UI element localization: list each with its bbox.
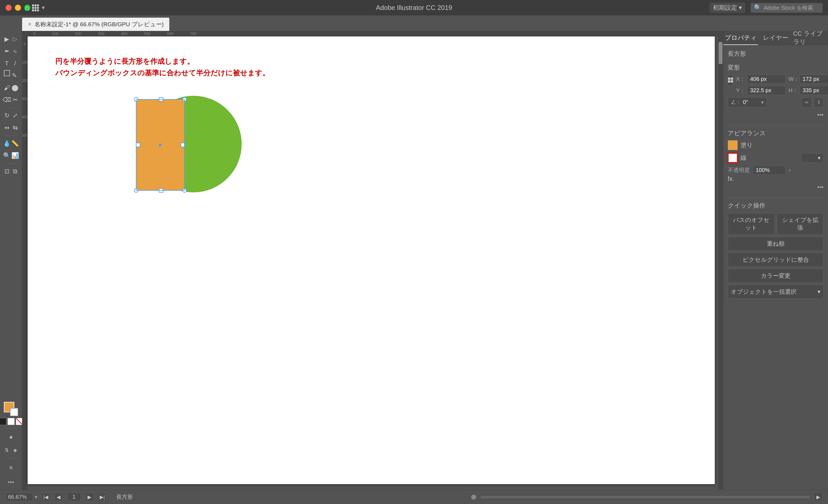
right-panel: プロパティ レイヤー CC ライブラリ 長方形 変形 <box>723 31 828 490</box>
grid-icon[interactable] <box>32 4 39 11</box>
warp-tool[interactable]: ↭ <box>3 122 11 133</box>
stack-order-btn[interactable]: 重ね順 <box>728 237 824 250</box>
ruler-left: 0100200300400500 <box>22 37 28 490</box>
select-all-btn[interactable]: オブジェクトを一括選択 ▾ <box>728 285 824 299</box>
chevron-down-icon[interactable]: ▾ <box>42 4 45 11</box>
stock-search[interactable]: 🔍 Adobe Stock を検索 <box>751 3 823 13</box>
ruler-top: 0100200300400500600700 <box>22 31 718 37</box>
paintbrush-tool[interactable]: 🖌 <box>3 82 11 93</box>
stroke-weight-dropdown[interactable]: ▾ <box>801 153 824 163</box>
zoom-field[interactable]: 66.67% <box>5 493 33 501</box>
path-offset-btn[interactable]: パスのオフセット <box>728 213 775 235</box>
status-indicator <box>471 495 476 500</box>
tab-layers[interactable]: レイヤー <box>758 31 793 45</box>
stroke-color-swatch[interactable] <box>10 408 18 416</box>
shape-tools: ✎ <box>4 70 18 81</box>
line-tool[interactable]: / <box>11 58 19 69</box>
h-field[interactable]: 335 px <box>799 86 828 95</box>
nav-last-btn[interactable]: ▶| <box>98 493 106 501</box>
angle-field[interactable]: 0° <box>743 99 759 105</box>
color-change-btn[interactable]: カラー変更 <box>728 269 824 283</box>
x-field[interactable]: 406 px <box>747 75 786 84</box>
color-swatches[interactable] <box>4 402 18 416</box>
select-tool[interactable]: ▶ <box>3 34 11 45</box>
toolbar-more-btn[interactable]: ••• <box>8 477 14 487</box>
measure-tool[interactable]: 📏 <box>11 138 19 149</box>
transform-more-btn[interactable]: ••• <box>728 110 824 120</box>
close-button[interactable] <box>5 5 12 11</box>
document-canvas: 円を半分覆うように長方形を作成します。 バウンディングボックスの基準に合わせて半… <box>28 37 715 484</box>
extra-tool[interactable]: ◈ <box>11 445 19 456</box>
scale-tool[interactable]: ⤢ <box>11 110 19 121</box>
nav-first-btn[interactable]: |◀ <box>42 493 50 501</box>
pencil-tool[interactable]: ✎ <box>10 70 18 81</box>
document-tab[interactable]: ✕ 名称未設定-1* @ 66.67% (RGB/GPU プレビュー) <box>22 18 169 31</box>
zoom-tool[interactable]: 🔍 <box>3 150 11 161</box>
color-mode-btn[interactable]: ◉ <box>3 431 19 443</box>
fx-row: fx. <box>728 175 824 182</box>
w-label: W： <box>788 75 797 83</box>
artboard-nav-btn[interactable]: ⊞ <box>3 461 19 474</box>
rect-tool[interactable] <box>4 70 10 76</box>
rotate-tools: ↻ ⤢ <box>3 110 19 121</box>
home-icon[interactable]: ⌂ <box>25 4 29 12</box>
scrollbar-thumb[interactable] <box>719 42 722 64</box>
nav-prev-btn[interactable]: ◀ <box>54 493 63 501</box>
eraser-tool[interactable]: ⌫ <box>3 94 11 105</box>
quick-actions-section: クイック操作 パスのオフセット シェイプを拡張 重ね順 ピクセルグリッドに整合 … <box>728 201 824 299</box>
no-color-swatch[interactable] <box>16 418 23 425</box>
status-play-btn[interactable]: ▶ <box>814 493 823 501</box>
y-field[interactable]: 322.5 px <box>747 86 786 95</box>
transform-section: 変形 X： 406 px W： 172 px <box>728 63 824 120</box>
pixel-grid-btn[interactable]: ピクセルグリッドに整合 <box>728 253 824 267</box>
panel-tabs: プロパティ レイヤー CC ライブラリ <box>723 31 828 45</box>
workspace-selector[interactable]: 初期設定 ▾ <box>709 2 745 13</box>
handle-ml[interactable] <box>136 143 140 147</box>
titlebar-right: 初期設定 ▾ 🔍 Adobe Stock を検索 <box>709 2 823 13</box>
opacity-field[interactable]: 100% <box>753 166 786 175</box>
tab-cc-libraries[interactable]: CC ライブラリ <box>793 31 828 45</box>
opacity-expand-btn[interactable]: › <box>788 167 790 174</box>
shape-title: 長方形 <box>728 50 824 58</box>
scissors-tool[interactable]: ✂ <box>11 94 19 105</box>
left-toolbar: ▶ ▷ ✒ ∿ T / ✎ 🖌 ⬤ ⌫ ✂ ↻ ⤢ <box>0 31 22 490</box>
pen-tool[interactable]: ✒ <box>3 46 11 57</box>
rotate-tool[interactable]: ↻ <box>3 110 11 121</box>
default-black-swatch[interactable] <box>0 418 6 425</box>
flip-horizontal-btn[interactable]: ⇔ <box>801 97 812 107</box>
default-white-swatch[interactable] <box>7 418 15 425</box>
w-field[interactable]: 172 px <box>799 75 828 84</box>
direct-select-tool[interactable]: ▷ <box>11 34 19 45</box>
eyedropper-tool[interactable]: 💧 <box>3 138 11 149</box>
app-title: Adobe Illustrator CC 2019 <box>376 4 452 12</box>
flip-vertical-btn[interactable]: ⇕ <box>814 97 824 107</box>
reference-point-icon[interactable] <box>728 75 733 86</box>
swap-colors-icon[interactable]: ⇅ <box>3 445 11 456</box>
nav-next-btn[interactable]: ▶ <box>85 493 94 501</box>
minimize-button[interactable] <box>15 5 21 11</box>
angle-label: ∠： <box>731 98 741 106</box>
tab-close-icon[interactable]: ✕ <box>28 21 32 27</box>
appearance-more-btn[interactable]: ••• <box>728 182 824 192</box>
canvas-shapes <box>28 37 715 484</box>
angle-dropdown-icon[interactable]: ▾ <box>761 99 764 105</box>
stroke-color-box[interactable] <box>728 153 738 163</box>
type-tool[interactable]: T <box>3 58 11 69</box>
page-number-field[interactable]: 1 <box>67 493 81 501</box>
handle-mr[interactable] <box>181 143 185 147</box>
blob-brush-tool[interactable]: ⬤ <box>11 82 19 93</box>
expand-shape-btn[interactable]: シェイプを拡張 <box>777 213 824 235</box>
fill-color-box[interactable] <box>728 140 738 150</box>
zoom-dropdown-icon[interactable]: ▾ <box>35 494 37 500</box>
tab-properties[interactable]: プロパティ <box>723 31 758 45</box>
curvature-tool[interactable]: ∿ <box>11 46 19 57</box>
tabbar: ✕ 名称未設定-1* @ 66.67% (RGB/GPU プレビュー) <box>0 15 828 31</box>
reflect-tool[interactable]: ⇆ <box>11 122 19 133</box>
artboard-tool[interactable]: ⊡ <box>3 166 11 177</box>
y-label: Y： <box>736 87 744 94</box>
vertical-scrollbar[interactable] <box>718 31 723 490</box>
paint-tools: 🖌 ⬤ <box>3 82 19 93</box>
chart-tool[interactable]: 📊 <box>11 150 19 161</box>
titlebar: ⌂ ▾ Adobe Illustrator CC 2019 初期設定 ▾ 🔍 A… <box>0 0 828 15</box>
slice-tool[interactable]: ⧉ <box>11 166 19 177</box>
